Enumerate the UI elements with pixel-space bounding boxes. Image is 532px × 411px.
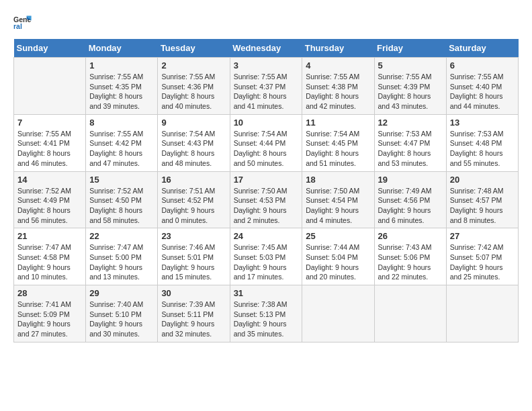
day-number: 26 bbox=[378, 231, 443, 241]
day-info: Sunrise: 7:47 AM Sunset: 5:00 PM Dayligh… bbox=[89, 242, 154, 282]
calendar-cell: 5Sunrise: 7:55 AM Sunset: 4:39 PM Daylig… bbox=[374, 58, 446, 115]
calendar-table: SundayMondayTuesdayWednesdayThursdayFrid… bbox=[13, 39, 519, 342]
day-info: Sunrise: 7:55 AM Sunset: 4:39 PM Dayligh… bbox=[378, 72, 443, 111]
calendar-cell bbox=[302, 285, 374, 342]
header-thursday: Thursday bbox=[302, 39, 374, 58]
calendar-cell: 18Sunrise: 7:50 AM Sunset: 4:54 PM Dayli… bbox=[302, 171, 374, 228]
day-number: 31 bbox=[234, 288, 299, 298]
calendar-cell: 14Sunrise: 7:52 AM Sunset: 4:49 PM Dayli… bbox=[14, 171, 86, 228]
header-monday: Monday bbox=[86, 39, 158, 58]
calendar-week-row: 7Sunrise: 7:55 AM Sunset: 4:41 PM Daylig… bbox=[14, 114, 519, 171]
calendar-cell: 8Sunrise: 7:55 AM Sunset: 4:42 PM Daylig… bbox=[86, 114, 158, 171]
day-number: 3 bbox=[234, 60, 299, 71]
day-info: Sunrise: 7:38 AM Sunset: 5:13 PM Dayligh… bbox=[234, 300, 299, 339]
day-number: 10 bbox=[234, 118, 299, 128]
calendar-cell: 15Sunrise: 7:52 AM Sunset: 4:50 PM Dayli… bbox=[86, 171, 158, 228]
day-info: Sunrise: 7:52 AM Sunset: 4:49 PM Dayligh… bbox=[17, 186, 82, 226]
logo-icon: Gene ral bbox=[13, 13, 32, 32]
day-number: 17 bbox=[234, 175, 299, 185]
day-number: 13 bbox=[450, 118, 515, 128]
day-number: 29 bbox=[89, 288, 154, 298]
day-number: 21 bbox=[17, 231, 82, 241]
calendar-cell: 9Sunrise: 7:54 AM Sunset: 4:43 PM Daylig… bbox=[158, 114, 230, 171]
calendar-cell: 20Sunrise: 7:48 AM Sunset: 4:57 PM Dayli… bbox=[446, 171, 518, 228]
day-number: 9 bbox=[161, 118, 226, 128]
day-number: 16 bbox=[161, 175, 226, 185]
day-info: Sunrise: 7:50 AM Sunset: 4:53 PM Dayligh… bbox=[234, 186, 299, 226]
calendar-cell: 29Sunrise: 7:40 AM Sunset: 5:10 PM Dayli… bbox=[86, 285, 158, 342]
day-number: 24 bbox=[234, 231, 299, 241]
header-sunday: Sunday bbox=[14, 39, 86, 58]
calendar-cell: 24Sunrise: 7:45 AM Sunset: 5:03 PM Dayli… bbox=[230, 228, 302, 285]
calendar-cell: 16Sunrise: 7:51 AM Sunset: 4:52 PM Dayli… bbox=[158, 171, 230, 228]
day-number: 11 bbox=[306, 118, 370, 128]
day-number: 2 bbox=[161, 60, 226, 71]
day-number: 22 bbox=[89, 231, 154, 241]
day-info: Sunrise: 7:55 AM Sunset: 4:41 PM Dayligh… bbox=[17, 129, 82, 169]
day-number: 4 bbox=[306, 60, 370, 71]
calendar-cell: 27Sunrise: 7:42 AM Sunset: 5:07 PM Dayli… bbox=[446, 228, 518, 285]
calendar-cell: 6Sunrise: 7:55 AM Sunset: 4:40 PM Daylig… bbox=[446, 58, 518, 115]
day-number: 14 bbox=[17, 175, 82, 185]
calendar-cell: 1Sunrise: 7:55 AM Sunset: 4:35 PM Daylig… bbox=[86, 58, 158, 115]
day-info: Sunrise: 7:55 AM Sunset: 4:36 PM Dayligh… bbox=[161, 72, 226, 111]
calendar-cell: 26Sunrise: 7:43 AM Sunset: 5:06 PM Dayli… bbox=[374, 228, 446, 285]
header: Gene ral bbox=[13, 13, 519, 32]
calendar-week-row: 14Sunrise: 7:52 AM Sunset: 4:49 PM Dayli… bbox=[14, 171, 519, 228]
calendar-cell: 7Sunrise: 7:55 AM Sunset: 4:41 PM Daylig… bbox=[14, 114, 86, 171]
day-number: 1 bbox=[89, 60, 154, 71]
calendar-cell: 30Sunrise: 7:39 AM Sunset: 5:11 PM Dayli… bbox=[158, 285, 230, 342]
header-tuesday: Tuesday bbox=[158, 39, 230, 58]
day-number: 19 bbox=[378, 175, 443, 185]
header-saturday: Saturday bbox=[446, 39, 518, 58]
calendar-cell: 11Sunrise: 7:54 AM Sunset: 4:45 PM Dayli… bbox=[302, 114, 374, 171]
header-wednesday: Wednesday bbox=[230, 39, 302, 58]
day-info: Sunrise: 7:54 AM Sunset: 4:44 PM Dayligh… bbox=[234, 129, 299, 169]
calendar-cell: 17Sunrise: 7:50 AM Sunset: 4:53 PM Dayli… bbox=[230, 171, 302, 228]
day-info: Sunrise: 7:50 AM Sunset: 4:54 PM Dayligh… bbox=[306, 186, 370, 226]
day-number: 23 bbox=[161, 231, 226, 241]
calendar-cell: 2Sunrise: 7:55 AM Sunset: 4:36 PM Daylig… bbox=[158, 58, 230, 115]
day-info: Sunrise: 7:42 AM Sunset: 5:07 PM Dayligh… bbox=[450, 242, 515, 282]
calendar-cell: 31Sunrise: 7:38 AM Sunset: 5:13 PM Dayli… bbox=[230, 285, 302, 342]
calendar-cell: 28Sunrise: 7:41 AM Sunset: 5:09 PM Dayli… bbox=[14, 285, 86, 342]
day-info: Sunrise: 7:55 AM Sunset: 4:40 PM Dayligh… bbox=[450, 72, 515, 111]
day-info: Sunrise: 7:53 AM Sunset: 4:47 PM Dayligh… bbox=[378, 129, 443, 169]
day-number: 25 bbox=[306, 231, 370, 241]
day-info: Sunrise: 7:41 AM Sunset: 5:09 PM Dayligh… bbox=[17, 300, 82, 339]
day-number: 6 bbox=[450, 60, 515, 71]
day-number: 7 bbox=[17, 118, 82, 128]
day-info: Sunrise: 7:55 AM Sunset: 4:35 PM Dayligh… bbox=[89, 72, 154, 111]
calendar-cell bbox=[446, 285, 518, 342]
day-number: 5 bbox=[378, 60, 443, 71]
calendar-cell: 10Sunrise: 7:54 AM Sunset: 4:44 PM Dayli… bbox=[230, 114, 302, 171]
day-info: Sunrise: 7:43 AM Sunset: 5:06 PM Dayligh… bbox=[378, 242, 443, 282]
svg-text:ral: ral bbox=[13, 22, 22, 30]
calendar-cell: 25Sunrise: 7:44 AM Sunset: 5:04 PM Dayli… bbox=[302, 228, 374, 285]
calendar-header-row: SundayMondayTuesdayWednesdayThursdayFrid… bbox=[14, 39, 519, 58]
calendar-cell: 3Sunrise: 7:55 AM Sunset: 4:37 PM Daylig… bbox=[230, 58, 302, 115]
day-number: 28 bbox=[17, 288, 82, 298]
logo: Gene ral bbox=[13, 13, 35, 32]
day-info: Sunrise: 7:53 AM Sunset: 4:48 PM Dayligh… bbox=[450, 129, 515, 169]
day-info: Sunrise: 7:39 AM Sunset: 5:11 PM Dayligh… bbox=[161, 300, 226, 339]
calendar-cell: 21Sunrise: 7:47 AM Sunset: 4:58 PM Dayli… bbox=[14, 228, 86, 285]
day-number: 8 bbox=[89, 118, 154, 128]
day-info: Sunrise: 7:54 AM Sunset: 4:43 PM Dayligh… bbox=[161, 129, 226, 169]
day-info: Sunrise: 7:55 AM Sunset: 4:37 PM Dayligh… bbox=[234, 72, 299, 111]
calendar-week-row: 21Sunrise: 7:47 AM Sunset: 4:58 PM Dayli… bbox=[14, 228, 519, 285]
calendar-cell bbox=[374, 285, 446, 342]
day-info: Sunrise: 7:54 AM Sunset: 4:45 PM Dayligh… bbox=[306, 129, 370, 169]
calendar-cell bbox=[14, 58, 86, 115]
day-number: 30 bbox=[161, 288, 226, 298]
calendar-cell: 19Sunrise: 7:49 AM Sunset: 4:56 PM Dayli… bbox=[374, 171, 446, 228]
calendar-week-row: 1Sunrise: 7:55 AM Sunset: 4:35 PM Daylig… bbox=[14, 58, 519, 115]
day-info: Sunrise: 7:48 AM Sunset: 4:57 PM Dayligh… bbox=[450, 186, 515, 226]
day-info: Sunrise: 7:45 AM Sunset: 5:03 PM Dayligh… bbox=[234, 242, 299, 282]
calendar-cell: 23Sunrise: 7:46 AM Sunset: 5:01 PM Dayli… bbox=[158, 228, 230, 285]
calendar-cell: 13Sunrise: 7:53 AM Sunset: 4:48 PM Dayli… bbox=[446, 114, 518, 171]
day-number: 20 bbox=[450, 175, 515, 185]
calendar-cell: 12Sunrise: 7:53 AM Sunset: 4:47 PM Dayli… bbox=[374, 114, 446, 171]
calendar-cell: 4Sunrise: 7:55 AM Sunset: 4:38 PM Daylig… bbox=[302, 58, 374, 115]
day-info: Sunrise: 7:55 AM Sunset: 4:38 PM Dayligh… bbox=[306, 72, 370, 111]
